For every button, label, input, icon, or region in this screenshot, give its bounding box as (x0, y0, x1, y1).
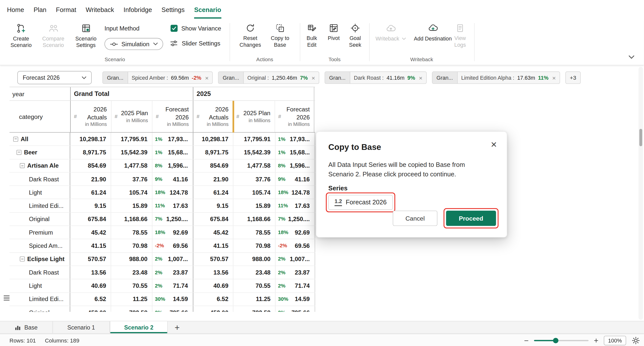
add-sheet-button[interactable] (168, 321, 186, 333)
plan-cell[interactable]: 70.55 (233, 279, 275, 292)
actuals-cell[interactable]: 452.00 (193, 306, 233, 312)
forecast-cell[interactable]: 2% 1,007... (275, 252, 315, 266)
forecast-cell[interactable]: 2% 71.74 (152, 279, 193, 292)
scenario-settings-button[interactable]: Scenario Settings (70, 23, 102, 49)
plan-cell[interactable]: 1,477.58 (233, 160, 275, 172)
plan-cell[interactable]: 78.55 (111, 226, 152, 239)
actuals-cell[interactable]: 8,971.75 (193, 146, 233, 159)
forecast-cell[interactable]: 30% 14.59 (152, 292, 193, 306)
menu-item[interactable]: Writeback (86, 1, 114, 18)
actuals-cell[interactable]: 570.57 (193, 252, 233, 266)
actuals-cell[interactable]: 854.69 (193, 160, 233, 172)
actuals-cell[interactable]: 854.69 (70, 160, 111, 172)
actuals-cell[interactable]: 45.42 (70, 226, 111, 239)
proceed-button[interactable]: Proceed (446, 210, 496, 226)
category-cell[interactable]: Artisan Ale (10, 160, 70, 172)
menu-item[interactable]: Home (7, 1, 24, 18)
filter-chip[interactable]: Gran... Original : 1,250.46m 7% (218, 72, 319, 84)
forecast-cell[interactable]: 18% 92.69 (275, 226, 315, 239)
forecast-cell[interactable]: 9% 41.16 (152, 173, 193, 186)
plan-cell[interactable]: 78.55 (233, 226, 275, 239)
plan-cell[interactable]: 70.55 (111, 279, 152, 292)
forecast-cell[interactable]: 11% 17.63 (275, 199, 315, 212)
collapse-icon[interactable] (13, 137, 18, 142)
zoom-slider[interactable] (534, 334, 588, 346)
scrollbar-thumb[interactable] (639, 129, 642, 146)
category-cell[interactable]: Eclipse Light (10, 252, 70, 266)
vertical-scrollbar[interactable] (638, 67, 643, 320)
category-cell[interactable]: Beer (10, 146, 70, 159)
collapse-icon[interactable] (20, 163, 25, 168)
forecast-cell[interactable]: 1% 17,93... (152, 133, 193, 146)
row-drag-handle[interactable] (3, 295, 10, 301)
plan-cell[interactable]: 70.98 (233, 239, 275, 252)
pivot-button[interactable]: Pivot (324, 23, 343, 42)
copy-to-base-button[interactable]: Copy to Base (267, 23, 293, 49)
category-cell[interactable]: Original (10, 212, 70, 226)
column-header[interactable]: # 2025 Plan in Millions (232, 101, 274, 132)
menu-item[interactable]: Infobridge (124, 1, 152, 18)
close-icon[interactable] (491, 139, 497, 150)
table-row[interactable]: Original 452.00 783.58 2% 795.66 452.00 … (10, 306, 315, 312)
menu-item[interactable]: Settings (162, 1, 185, 18)
actuals-cell[interactable]: 675.84 (70, 212, 111, 226)
zoom-slider-thumb[interactable] (553, 338, 558, 343)
plan-cell[interactable]: 783.58 (111, 306, 152, 312)
menu-item[interactable]: Scenario (194, 1, 221, 18)
plan-cell[interactable]: 15.89 (233, 199, 275, 212)
goal-seek-button[interactable]: Goal Seek (345, 23, 365, 49)
category-cell[interactable]: Premium (10, 226, 70, 239)
category-cell[interactable]: Limited Edi... (10, 199, 70, 212)
category-cell[interactable]: Light (10, 186, 70, 199)
actuals-cell[interactable]: 9.15 (70, 199, 111, 212)
plan-cell[interactable]: 37.76 (233, 173, 275, 186)
actuals-cell[interactable]: 61.24 (70, 186, 111, 199)
table-row[interactable]: All 10,298.17 17,795.91 1% 17,93... 10,2… (10, 133, 315, 146)
tab-scenario-2[interactable]: Scenario 2 (110, 321, 168, 333)
forecast-cell[interactable]: 7% 1,250.... (152, 212, 193, 226)
checkbox-checked-icon[interactable] (170, 25, 178, 32)
table-row[interactable]: Light 40.69 70.55 2% 71.74 40.69 70.55 (10, 279, 315, 292)
group-header-2025[interactable]: 2025 (193, 87, 314, 100)
actuals-cell[interactable]: 40.69 (70, 279, 111, 292)
menu-item[interactable]: Format (56, 1, 76, 18)
actuals-cell[interactable]: 570.57 (70, 252, 111, 266)
tab-base[interactable]: Base (0, 321, 53, 333)
category-cell[interactable]: Dark Roast (10, 266, 70, 279)
table-row[interactable]: Limited Edi... 9.15 15.89 11% 17.63 9.15… (10, 199, 315, 212)
forecast-cell[interactable]: 2% 1,007... (152, 252, 193, 266)
plan-cell[interactable]: 70.98 (111, 239, 152, 252)
zoom-level[interactable]: 100% (604, 336, 626, 345)
menu-item[interactable]: Plan (34, 1, 46, 18)
forecast-cell[interactable]: 2% 795.66 (275, 306, 315, 312)
category-cell[interactable]: Spiced Am... (10, 239, 70, 252)
forecast-cell[interactable]: 2% 23.87 (275, 266, 315, 279)
table-row[interactable]: Dark Roast 21.90 37.76 9% 41.16 21.90 37… (10, 173, 315, 186)
forecast-cell[interactable]: 2% 23.87 (152, 266, 193, 279)
forecast-cell[interactable]: 1% 15,68... (152, 146, 193, 159)
plan-cell[interactable]: 11.25 (111, 292, 152, 306)
series-chip[interactable]: 1.2 Forecast 2026 (328, 195, 393, 210)
plan-cell[interactable]: 105.74 (233, 186, 275, 199)
plan-cell[interactable]: 105.74 (111, 186, 152, 199)
collapse-icon[interactable] (20, 256, 25, 262)
bulk-edit-button[interactable]: Bulk Edit (303, 23, 320, 49)
filter-chip[interactable]: Gran... Spiced Amber : 69.56m -2% (102, 72, 213, 84)
plan-cell[interactable]: 15,542.39 (233, 146, 275, 159)
actuals-cell[interactable]: 41.15 (70, 239, 111, 252)
table-row[interactable]: Beer 8,971.75 15,542.39 1% 15,68... 8,97… (10, 146, 315, 159)
forecast-cell[interactable]: 18% 92.69 (152, 226, 193, 239)
actuals-cell[interactable]: 21.90 (70, 173, 111, 186)
table-row[interactable]: Artisan Ale 854.69 1,477.58 8% 1,596... … (10, 160, 315, 173)
show-variance-checkbox[interactable]: Show Variance (170, 25, 221, 32)
forecast-cell[interactable]: 18% 124.78 (275, 186, 315, 199)
zoom-in-button[interactable] (594, 336, 598, 344)
plan-cell[interactable]: 988.00 (233, 252, 275, 266)
zoom-out-button[interactable] (524, 336, 528, 344)
slider-settings-button[interactable]: Slider Settings (170, 39, 220, 48)
forecast-cell[interactable]: 30% 14.59 (275, 292, 315, 306)
actuals-cell[interactable]: 452.00 (70, 306, 111, 312)
forecast-cell[interactable]: 8% 1,596... (275, 160, 315, 172)
column-header[interactable]: # 2026 Actuals in Millions (71, 101, 111, 132)
add-destination-button[interactable]: Add Destination (414, 23, 452, 42)
